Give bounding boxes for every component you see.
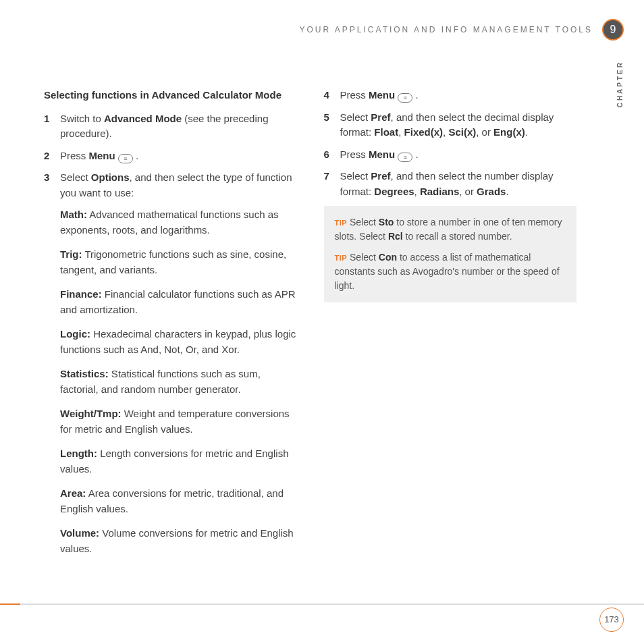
step-1: 1 Switch to Advanced Mode (see the prece… xyxy=(44,111,297,142)
step-text: . xyxy=(412,89,418,101)
page-number: 173 xyxy=(599,608,624,632)
footer-rule xyxy=(0,603,644,605)
step-number: 1 xyxy=(44,111,49,127)
tip-bold: Sto xyxy=(379,217,394,227)
step-text: Press xyxy=(340,149,369,160)
step-opt: Eng(x) xyxy=(493,126,525,138)
func-desc: Trigonometric functions such as sine, co… xyxy=(60,248,286,275)
func-volume: Volume: Volume conversions for metric an… xyxy=(60,526,297,556)
step-2: 2 Press Menu ≡ . xyxy=(44,149,297,164)
tip-box: TIP Select Sto to store a number in one … xyxy=(324,206,577,302)
step-bold: Pref xyxy=(371,170,390,182)
menu-key-icon: ≡ xyxy=(118,154,133,163)
func-label: Logic: xyxy=(60,328,90,340)
step-bold: Pref xyxy=(371,111,390,123)
func-trig: Trig: Trigonometric functions such as si… xyxy=(60,247,297,277)
tip-text: Select xyxy=(347,217,379,227)
func-label: Statistics: xyxy=(60,368,109,379)
step-bold: Options xyxy=(91,171,130,183)
step-opt: Radians xyxy=(420,186,459,197)
step-text: Select xyxy=(340,170,371,182)
tip-bold: Rcl xyxy=(388,231,403,242)
step-bold: Menu xyxy=(89,150,115,161)
step-number: 5 xyxy=(324,110,329,126)
step-3: 3 Select Options, and then select the ty… xyxy=(44,170,297,200)
func-label: Length: xyxy=(60,448,97,459)
step-text: Select xyxy=(340,111,371,123)
step-opt: Sci(x) xyxy=(448,126,476,138)
func-label: Volume: xyxy=(60,527,99,539)
func-desc: Area conversions for metric, traditional… xyxy=(60,487,284,514)
step-number: 7 xyxy=(324,169,329,184)
func-area: Area: Area conversions for metric, tradi… xyxy=(60,486,297,516)
running-head: YOUR APPLICATION AND INFO MANAGEMENT TOO… xyxy=(299,24,593,36)
func-desc: Advanced mathematical functions such as … xyxy=(60,209,279,236)
func-label: Area: xyxy=(60,487,86,499)
tip-2: TIP Select Con to access a list of mathe… xyxy=(335,250,566,293)
func-logic: Logic: Hexadecimal characters in keypad,… xyxy=(60,327,297,357)
section-title: Selecting functions in Advanced Calculat… xyxy=(44,88,297,103)
step-number: 6 xyxy=(324,147,329,163)
tip-label: TIP xyxy=(335,254,348,262)
step-4: 4 Press Menu ≡ . xyxy=(324,88,577,103)
step-5: 5 Select Pref, and then select the decim… xyxy=(324,110,577,140)
func-label: Finance: xyxy=(60,288,102,300)
step-bold: Menu xyxy=(369,89,395,101)
step-number: 3 xyxy=(44,170,49,186)
func-math: Math: Advanced mathematical functions su… xyxy=(60,207,297,238)
page-content: Selecting functions in Advanced Calculat… xyxy=(44,88,576,576)
step-text: Press xyxy=(340,89,369,101)
func-finance: Finance: Financial calculator functions … xyxy=(60,287,297,317)
func-stats: Statistics: Statistical functions such a… xyxy=(60,367,297,397)
page-header: YOUR APPLICATION AND INFO MANAGEMENT TOO… xyxy=(299,19,624,41)
func-label: Weight/Tmp: xyxy=(60,408,122,419)
step-number: 2 xyxy=(44,149,49,164)
step-opt: Degrees xyxy=(374,186,414,197)
step-list: 1 Switch to Advanced Mode (see the prece… xyxy=(44,111,297,201)
step-opt: Float xyxy=(374,126,398,138)
step-number: 4 xyxy=(324,88,329,103)
step-text: . xyxy=(133,150,138,161)
func-length: Length: Length conversions for metric an… xyxy=(60,446,297,477)
func-weight: Weight/Tmp: Weight and temperature conve… xyxy=(60,406,297,437)
tip-1: TIP Select Sto to store a number in one … xyxy=(335,215,566,244)
tip-text: Select xyxy=(347,252,379,263)
func-label: Trig: xyxy=(60,248,82,260)
step-opt: Fixed(x) xyxy=(404,126,444,138)
func-label: Math: xyxy=(60,209,87,220)
step-opt: Grads xyxy=(477,186,506,197)
tip-bold: Con xyxy=(379,252,397,263)
step-text: . xyxy=(412,149,418,160)
chapter-number-badge: 9 xyxy=(602,19,624,41)
menu-key-icon: ≡ xyxy=(398,93,412,103)
tip-text: to recall a stored number. xyxy=(403,231,512,242)
step-text: Press xyxy=(60,150,89,161)
step-bold: Menu xyxy=(369,149,395,160)
func-desc: Hexadecimal characters in keypad, plus l… xyxy=(60,328,296,355)
step-text: Switch to xyxy=(60,113,104,124)
step-7: 7 Select Pref, and then select the numbe… xyxy=(324,169,577,199)
step-6: 6 Press Menu ≡ . xyxy=(324,147,577,163)
step-bold: Advanced Mode xyxy=(104,113,182,124)
menu-key-icon: ≡ xyxy=(398,153,412,162)
tip-label: TIP xyxy=(335,219,348,227)
chapter-side-label: CHAPTER xyxy=(615,61,625,107)
step-list-cont: 4 Press Menu ≡ . 5 Select Pref, and then… xyxy=(324,88,577,199)
step-text: Select xyxy=(60,171,91,183)
